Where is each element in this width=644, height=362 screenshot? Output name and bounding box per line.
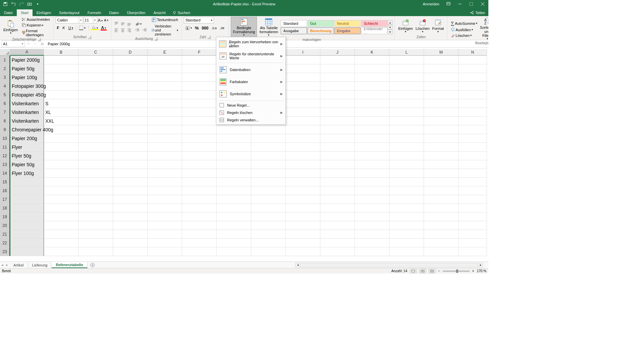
conditional-formatting-button[interactable]: Bedingte Formatierung▾ (231, 17, 257, 38)
cell[interactable] (424, 56, 459, 64)
cell[interactable] (217, 125, 251, 134)
style-berechnung[interactable]: Berechnung (308, 27, 334, 34)
cell[interactable] (424, 152, 459, 160)
cell[interactable] (148, 56, 182, 64)
cell[interactable] (217, 221, 251, 230)
cell[interactable] (355, 178, 389, 186)
cell[interactable] (113, 169, 148, 178)
hscroll-right[interactable]: ▸ (478, 263, 483, 267)
cell[interactable] (113, 178, 148, 186)
cell[interactable] (113, 125, 148, 134)
cell[interactable] (44, 213, 78, 221)
cell[interactable] (113, 99, 148, 108)
cell[interactable] (113, 152, 148, 160)
tab-datei[interactable]: Datei (0, 9, 17, 16)
cell[interactable] (286, 82, 320, 90)
ribbon-options-icon[interactable] (443, 0, 454, 8)
row-header[interactable]: 15 (0, 178, 10, 186)
cell[interactable] (148, 213, 182, 221)
view-page-layout[interactable] (419, 269, 426, 274)
cell[interactable] (459, 239, 487, 247)
align-center[interactable] (120, 27, 126, 33)
cell[interactable] (78, 56, 113, 64)
orientation-button[interactable]: ab▾ (133, 21, 148, 27)
cell[interactable]: S (44, 99, 78, 108)
cell[interactable] (217, 134, 251, 143)
redo-icon[interactable] (19, 1, 24, 7)
cell[interactable] (44, 73, 78, 82)
cell[interactable] (320, 56, 355, 64)
cell[interactable] (389, 213, 424, 221)
row-header[interactable]: 16 (0, 186, 10, 195)
cell[interactable] (113, 108, 148, 117)
cell[interactable] (182, 117, 217, 125)
cell[interactable] (78, 247, 113, 256)
cell[interactable] (148, 160, 182, 169)
cell[interactable] (78, 195, 113, 204)
cell[interactable] (459, 204, 487, 213)
cell[interactable] (182, 239, 217, 247)
cell[interactable] (459, 213, 487, 221)
cell[interactable] (320, 82, 355, 90)
cell[interactable] (148, 90, 182, 99)
cell[interactable] (113, 82, 148, 90)
align-middle[interactable] (120, 21, 126, 27)
cell[interactable] (286, 152, 320, 160)
cell[interactable] (217, 160, 251, 169)
cell[interactable] (286, 213, 320, 221)
dd-icon-sets[interactable]: Symbolsätze▶ (216, 88, 285, 100)
view-normal[interactable] (410, 269, 417, 274)
increase-indent[interactable] (141, 27, 148, 33)
row-header[interactable]: 18 (0, 204, 10, 213)
cell[interactable] (459, 56, 487, 64)
cell[interactable] (389, 82, 424, 90)
tell-me-search[interactable]: Suchen (170, 9, 193, 16)
cell[interactable] (355, 82, 389, 90)
cell[interactable] (459, 160, 487, 169)
cell[interactable] (10, 186, 44, 195)
row-header[interactable]: 4 (0, 82, 10, 90)
cell[interactable] (389, 169, 424, 178)
row-header[interactable]: 13 (0, 160, 10, 169)
cell[interactable] (424, 239, 459, 247)
cell[interactable] (44, 247, 78, 256)
sheet-nav-next[interactable]: ▸ (5, 263, 9, 267)
row-header[interactable]: 19 (0, 213, 10, 221)
cell[interactable] (424, 99, 459, 108)
cell[interactable] (320, 195, 355, 204)
cell[interactable] (182, 56, 217, 64)
cell[interactable] (251, 186, 286, 195)
cell[interactable] (389, 247, 424, 256)
cell[interactable] (424, 143, 459, 152)
cell[interactable] (355, 160, 389, 169)
dd-top-bottom-rules[interactable]: 10 Regeln für oberste/unterste Werte▶ (216, 50, 285, 62)
cell[interactable] (251, 152, 286, 160)
cell[interactable] (320, 152, 355, 160)
cell[interactable] (424, 82, 459, 90)
cell[interactable] (251, 195, 286, 204)
cell[interactable] (286, 125, 320, 134)
cell[interactable] (320, 221, 355, 230)
cell[interactable] (251, 178, 286, 186)
cell[interactable] (78, 73, 113, 82)
cell[interactable] (251, 230, 286, 239)
cell[interactable] (355, 221, 389, 230)
cell[interactable] (78, 143, 113, 152)
cell[interactable] (217, 247, 251, 256)
cell[interactable]: Visitenkarten (10, 99, 44, 108)
cell[interactable] (44, 134, 78, 143)
cell[interactable] (355, 213, 389, 221)
dd-manage-rules[interactable]: Regeln verwalten... (216, 116, 285, 124)
cell[interactable] (355, 117, 389, 125)
cell[interactable]: Flyer 100g (10, 169, 44, 178)
fill-button[interactable]: Ausfüllen ▾ (449, 27, 479, 33)
cell[interactable] (10, 178, 44, 186)
paste-button[interactable]: Einfügen ▾ (2, 19, 19, 36)
cell[interactable] (148, 195, 182, 204)
merge-center-button[interactable]: Verbinden und zentrieren ▾ (150, 23, 179, 37)
cell[interactable] (10, 247, 44, 256)
cell[interactable] (251, 239, 286, 247)
cell[interactable] (286, 204, 320, 213)
cell[interactable] (286, 56, 320, 64)
cell[interactable] (459, 99, 487, 108)
